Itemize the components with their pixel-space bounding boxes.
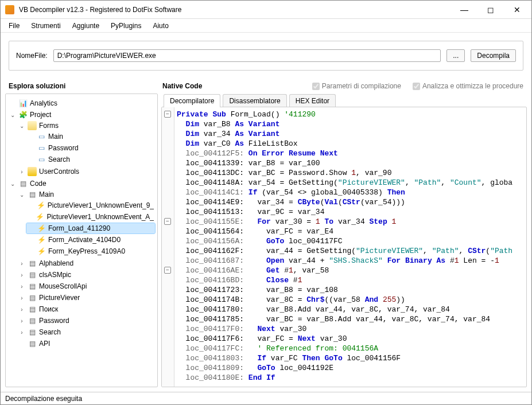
decompile-button[interactable]: Decompila: [471, 49, 516, 62]
tab-disassembler[interactable]: Disassemblatore: [223, 94, 286, 107]
window-title: VB Decompiler v12.3 - Registered to DotF…: [19, 6, 451, 14]
native-code-label: Native Code: [162, 82, 301, 90]
project-icon: [18, 110, 28, 119]
caret-icon[interactable]: ⌄: [18, 123, 25, 129]
check-optimize-box[interactable]: [413, 83, 420, 90]
tree-code-pictureviever[interactable]: ›PictureViever: [17, 293, 155, 303]
caret-icon[interactable]: ›: [18, 295, 25, 301]
form-icon: [37, 132, 46, 141]
module-icon: [28, 339, 37, 348]
module-icon: [28, 316, 37, 325]
tree-code-clsasmpic[interactable]: ›clsASMpic: [17, 270, 155, 280]
tree-event-formkeypress[interactable]: ▸Form_KeyPress_4109A0: [26, 246, 155, 256]
code-gutter: − − −: [162, 107, 174, 387]
tree-project[interactable]: ⌄Project: [8, 110, 155, 120]
solution-explorer[interactable]: ▸Analytics ⌄Project ⌄Forms ▸Main ▸Passwo…: [5, 94, 158, 387]
tab-hexeditor[interactable]: HEX Editor: [289, 94, 336, 107]
module-icon: [28, 305, 37, 314]
tree-form-password[interactable]: ▸Password: [26, 143, 155, 153]
app-icon: [5, 5, 14, 14]
statusbar: Decompilazione eseguita: [1, 392, 531, 404]
tree-code-mousescrollapi[interactable]: ›MouseScrollApi: [17, 281, 155, 291]
code-tabs: Decompilatore Disassemblatore HEX Editor: [161, 94, 527, 107]
close-button[interactable]: ✕: [504, 1, 530, 18]
tree-event-unknown9[interactable]: ▸PictureViever1_UnknownEvent_9_: [26, 200, 155, 211]
tree-event-formload[interactable]: ▸Form_Load_411290: [26, 223, 155, 233]
bolt-icon: [36, 201, 45, 210]
caret-icon[interactable]: ›: [18, 318, 25, 324]
code-content[interactable]: Private Sub Form_Load() '411290 Dim var_…: [162, 107, 526, 385]
folder-icon: [28, 167, 37, 176]
check-compile-params[interactable]: Parametri di compilazione: [312, 82, 401, 90]
fold-marker[interactable]: −: [164, 111, 171, 118]
module-icon: [28, 282, 37, 291]
fold-marker[interactable]: −: [164, 218, 171, 225]
tree-code-main[interactable]: ⌄Main: [17, 189, 155, 200]
menu-file[interactable]: File: [3, 21, 25, 31]
filename-label: NomeFile:: [16, 52, 48, 60]
filepath-input[interactable]: [53, 49, 441, 62]
menu-addins[interactable]: Aggiunte: [67, 21, 105, 31]
tree-code-search[interactable]: ›Search: [17, 327, 155, 337]
bolt-icon: [37, 247, 46, 256]
tree-code-alphablend[interactable]: ›Alphablend: [17, 258, 155, 268]
tree-form-main[interactable]: ▸Main: [26, 131, 155, 142]
caret-icon[interactable]: ›: [18, 169, 25, 175]
module-icon: [28, 259, 37, 268]
caret-icon[interactable]: ›: [18, 306, 25, 313]
module-icon: [28, 293, 37, 302]
caret-icon[interactable]: ›: [18, 283, 25, 290]
maximize-button[interactable]: ◻: [477, 1, 504, 18]
module-icon: [28, 270, 37, 279]
menu-help[interactable]: Aiuto: [147, 21, 174, 31]
tab-decompiler[interactable]: Decompilatore: [164, 94, 220, 107]
module-icon: [28, 190, 37, 199]
caret-icon[interactable]: ⌄: [18, 192, 25, 198]
code-panel[interactable]: − − − Private Sub Form_Load() '411290 Di…: [161, 107, 527, 387]
module-icon: [18, 179, 28, 188]
subheader: Esplora soluzioni Native Code Parametri …: [1, 79, 531, 94]
code-area: Decompilatore Disassemblatore HEX Editor…: [161, 94, 527, 387]
tree-code-password[interactable]: ›Password: [17, 316, 155, 326]
module-icon: [28, 328, 37, 337]
minimize-button[interactable]: —: [451, 1, 477, 18]
tree-code[interactable]: ⌄Code: [8, 178, 155, 189]
caret-icon[interactable]: ›: [18, 329, 25, 336]
caret-icon[interactable]: ⌄: [9, 112, 16, 118]
folder-open-icon: [28, 121, 37, 130]
menubar: File Strumenti Aggiunte PyPlugins Aiuto: [1, 19, 531, 33]
titlebar: VB Decompiler v12.3 - Registered to DotF…: [1, 1, 531, 19]
explorer-title: Esplora soluzioni: [9, 82, 151, 90]
bolt-icon: [37, 224, 46, 233]
menu-pyplugins[interactable]: PyPlugins: [105, 21, 147, 31]
bolt-icon: [37, 235, 46, 244]
fold-marker[interactable]: −: [164, 267, 171, 274]
tree-forms[interactable]: ⌄Forms: [17, 120, 155, 131]
caret-icon[interactable]: ›: [18, 260, 25, 267]
status-text: Decompilazione eseguita: [5, 395, 82, 403]
tree-analytics[interactable]: ▸Analytics: [8, 98, 155, 108]
main-area: ▸Analytics ⌄Project ⌄Forms ▸Main ▸Passwo…: [1, 94, 531, 392]
form-icon: [37, 155, 46, 164]
caret-icon[interactable]: ⌄: [9, 181, 16, 187]
caret-icon[interactable]: ›: [18, 272, 25, 278]
tree-api[interactable]: ▸API: [17, 338, 155, 349]
menu-tools[interactable]: Strumenti: [25, 21, 66, 31]
check-compile-params-box[interactable]: [312, 83, 320, 90]
tree-form-search[interactable]: ▸Search: [26, 154, 155, 165]
tree-event-formactivate[interactable]: ▸Form_Activate_4104D0: [26, 235, 155, 245]
check-optimize[interactable]: Analizza e ottimizza le procedure: [413, 82, 523, 90]
chart-icon: [18, 99, 28, 108]
bolt-icon: [36, 212, 44, 221]
tree-event-unknownA[interactable]: ▸PictureViever1_UnknownEvent_A_: [26, 212, 155, 222]
browse-button[interactable]: ...: [446, 49, 465, 62]
tree-code-poisk[interactable]: ›Поиск: [17, 304, 155, 314]
toolbar: NomeFile: ... Decompila: [1, 33, 531, 79]
tree-usercontrols[interactable]: ›UserControls: [17, 166, 155, 177]
form-icon: [37, 143, 46, 153]
